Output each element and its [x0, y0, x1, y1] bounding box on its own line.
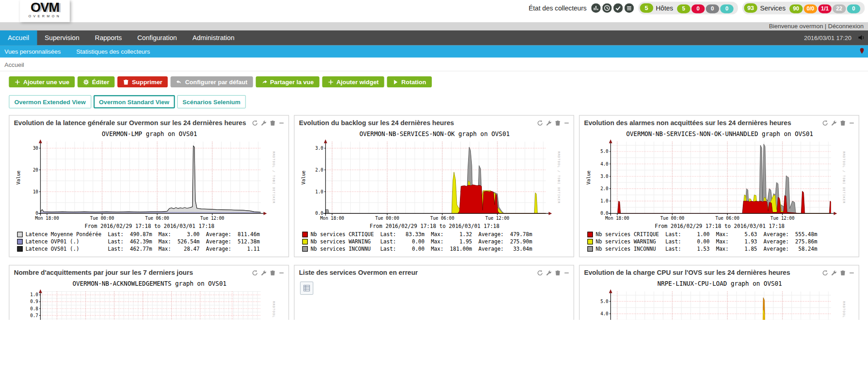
services-label: Services — [760, 4, 786, 12]
button-label: Ajouter une vue — [23, 79, 69, 86]
graph-title: OVERMON-NB-ACKNOWLEDGEMENTS graph on OVS… — [14, 280, 285, 288]
refresh-icon[interactable] — [822, 120, 828, 126]
tab-overmon-extended-view[interactable]: Overmon Extended View — [9, 95, 91, 108]
delete-button[interactable]: Supprimer — [117, 76, 168, 87]
graph-title: OVERMON-NB-SERVICES-NON-OK-UNHANDLED gra… — [584, 131, 855, 138]
rrd-graph[interactable]: OVERMON-NB-SERVICES-NON-OK graph on OVS0… — [299, 131, 570, 252]
svg-text:5.0: 5.0 — [600, 299, 608, 304]
minimize-icon[interactable] — [849, 270, 855, 276]
trash-icon[interactable] — [270, 120, 276, 126]
legend-row: Latence Moyenne Pondérée Last: 490.87m M… — [17, 231, 285, 238]
services-pending-badge[interactable]: 0 — [847, 5, 860, 13]
svg-text:30: 30 — [33, 146, 38, 151]
rotation-button[interactable]: Rotation — [387, 76, 432, 87]
legend-row: Latence OVS01 (.) Last: 462.77m Max: 28.… — [17, 245, 285, 253]
services-total-badge[interactable]: 93 — [744, 3, 757, 13]
collector-graph-icon[interactable] — [591, 3, 601, 13]
add-view-button[interactable]: Ajouter une vue — [9, 76, 75, 87]
nav-item-rapports[interactable]: Rapports — [87, 30, 129, 45]
gear-icon — [83, 79, 89, 85]
rrd-graph[interactable]: OVERMON-NB-ACKNOWLEDGEMENTS graph on OVS… — [14, 280, 285, 320]
hosts-down-badge[interactable]: 0 — [691, 5, 705, 13]
widget-body: NRPE-LINUX-CPU-LOAD graph on OVS010.01.0… — [580, 278, 859, 320]
export-services-icon[interactable] — [300, 282, 313, 295]
nav-item-accueil[interactable]: Accueil — [0, 30, 37, 45]
legend-swatch — [17, 232, 23, 237]
widget-body: OVERMON-NB-SERVICES-NON-OK-UNHANDLED gra… — [580, 128, 859, 257]
logout-link[interactable]: Déconnexion — [828, 23, 863, 30]
minimize-icon[interactable] — [563, 270, 569, 276]
svg-text:3.0: 3.0 — [315, 146, 323, 151]
nav-item-configuration[interactable]: Configuration — [130, 30, 185, 45]
rrd-graph[interactable]: OVERMON-LMP graph on OVS010102030Mon 18:… — [14, 131, 285, 252]
trash-icon[interactable] — [555, 120, 561, 126]
minimize-icon[interactable] — [278, 270, 284, 276]
wrench-icon[interactable] — [546, 270, 552, 276]
hosts-up-badge[interactable]: 5 — [677, 5, 690, 13]
services-ok-badge[interactable]: 90 — [789, 5, 802, 13]
share-view-button[interactable]: Partager la vue — [255, 76, 319, 87]
svg-text:Value: Value — [301, 171, 306, 185]
tab-overmon-standard-view[interactable]: Overmon Standard View — [93, 95, 175, 108]
breadcrumb[interactable]: Accueil — [0, 57, 868, 71]
wrench-icon[interactable] — [546, 120, 552, 126]
minimize-icon[interactable] — [563, 120, 569, 126]
svg-text:1.0: 1.0 — [30, 292, 38, 297]
tab-scenarios-selenium[interactable]: Scénarios Selenium — [177, 95, 246, 108]
collector-clock-icon[interactable] — [602, 3, 612, 13]
legend-swatch — [17, 239, 23, 244]
pin-icon[interactable] — [858, 48, 865, 55]
refresh-icon[interactable] — [537, 120, 543, 126]
default-config-button[interactable]: Configurer par défaut — [171, 76, 253, 87]
minimize-icon[interactable] — [278, 120, 284, 126]
welcome-text: Bienvenue overmon — [769, 23, 823, 30]
svg-text:Tue 00:00: Tue 00:00 — [90, 216, 114, 221]
widget-title: Evolution de la charge CPU sur l'OVS sur… — [584, 269, 790, 277]
nav-item-administration[interactable]: Administration — [184, 30, 242, 45]
minimize-icon[interactable] — [849, 120, 855, 126]
edit-button[interactable]: Éditer — [77, 76, 115, 87]
collector-list-icon[interactable] — [624, 3, 634, 13]
add-widget-button[interactable]: Ajouter widget — [322, 76, 384, 87]
services-unknown-badge[interactable]: 22 — [832, 5, 846, 13]
wrench-icon[interactable] — [831, 120, 837, 126]
refresh-icon[interactable] — [252, 270, 258, 276]
app-logo[interactable]: OVM OVERMON — [20, 0, 70, 22]
svg-text:Tue 06:00: Tue 06:00 — [145, 216, 169, 221]
trash-icon[interactable] — [270, 270, 276, 276]
wrench-icon[interactable] — [261, 120, 267, 126]
rrd-graph[interactable]: OVERMON-NB-SERVICES-NON-OK-UNHANDLED gra… — [584, 131, 855, 252]
graph-legend: Nb services CRITIQUE Last: 1.00 Max: 5.6… — [584, 231, 855, 252]
sound-icon[interactable] — [858, 34, 865, 41]
svg-text:Tue 06:00: Tue 06:00 — [715, 216, 740, 221]
graph-title: OVERMON-LMP graph on OVS01 — [14, 131, 285, 138]
svg-text:10: 10 — [33, 189, 38, 194]
hosts-unreachable-badge[interactable]: 0 — [706, 5, 719, 13]
hosts-total-badge[interactable]: 5 — [640, 3, 653, 13]
logo-subtext: OVERMON — [20, 15, 70, 18]
legend-swatch — [587, 239, 593, 244]
subnav-item-statistiques-des-collecteurs[interactable]: Statistiques des collecteurs — [76, 48, 150, 55]
refresh-icon[interactable] — [252, 120, 258, 126]
nav-item-supervision[interactable]: Supervision — [37, 30, 87, 45]
legend-swatch — [302, 246, 308, 251]
svg-text:Mon 18:00: Mon 18:00 — [35, 216, 59, 221]
widget-body: OVERMON-NB-ACKNOWLEDGEMENTS graph on OVS… — [10, 278, 289, 320]
rrd-graph[interactable]: NRPE-LINUX-CPU-LOAD graph on OVS010.01.0… — [584, 280, 855, 320]
services-warning-badge[interactable]: 0/0 — [804, 5, 817, 13]
trash-icon[interactable] — [840, 120, 846, 126]
widget-header: Evolution des alarmes non acquittées sur… — [580, 116, 859, 128]
trash-icon[interactable] — [840, 270, 846, 276]
wrench-icon[interactable] — [261, 270, 267, 276]
svg-text:1.0: 1.0 — [600, 198, 608, 203]
subnav-item-vues-personnalisees[interactable]: Vues personnalisées — [5, 48, 61, 55]
refresh-icon[interactable] — [822, 270, 828, 276]
svg-text:3.0: 3.0 — [600, 174, 608, 179]
collector-ok-icon[interactable] — [613, 3, 623, 13]
refresh-icon[interactable] — [537, 270, 543, 276]
hosts-pending-badge[interactable]: 0 — [720, 5, 733, 13]
services-critical-badge[interactable]: 1/1 — [818, 5, 832, 13]
widget-actions — [252, 120, 285, 126]
wrench-icon[interactable] — [831, 270, 837, 276]
trash-icon[interactable] — [555, 270, 561, 276]
